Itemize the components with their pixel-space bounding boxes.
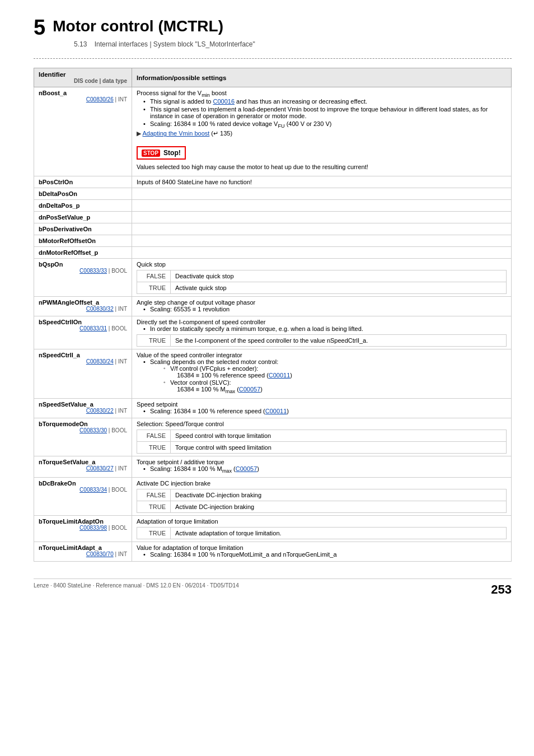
info-header: Value of the speed controller integrator [137,352,507,358]
c00011-link[interactable]: C00011 [269,372,291,379]
section-divider [34,58,512,59]
val-cell: TRUE [137,527,171,539]
dis-code: C00830/26 | INT [39,96,127,102]
identifier-name: bDcBrakeOn [39,480,127,487]
inner-row: TRUETorque control with speed limitation [137,441,507,453]
dis-code: C00830/70 | INT [39,551,127,557]
inner-table: FALSEDeactivate quick stopTRUEActivate q… [137,270,507,294]
info-main-text: Speed setpoint [137,401,507,408]
identifier-name: dnDeltaPos_p [39,202,127,209]
table-row: nTorqueLimitAdapt_aC00830/70 | INTValue … [34,542,512,561]
desc-cell: Torque control with speed limitation [171,441,507,453]
table-row: bDeltaPosOn [34,188,512,200]
stop-badge: STOP [142,150,160,157]
info-cell: Value for adaptation of torque limitatio… [132,542,512,561]
identifier-name: nTorqueLimitAdapt_a [39,544,127,551]
info-header: Activate DC injection brake [137,480,507,487]
c00057-link[interactable]: C00057 [236,465,257,472]
identifier-name: bTorquemodeOn [39,421,127,427]
table-row: bQspOnC00833/33 | BOOLQuick stopFALSEDea… [34,259,512,297]
table-row: dnPosSetValue_p [34,212,512,223]
identifier-cell: nPWMAngleOffset_aC00830/32 | INT [34,297,132,316]
identifier-name: nPWMAngleOffset_a [39,299,127,306]
dis-link[interactable]: C00833/33 [79,268,107,274]
table-row: dnDeltaPos_p [34,200,512,212]
inner-row: TRUEActivate adaptation of torque limita… [137,527,507,539]
desc-cell: Activate quick stop [171,282,507,294]
identifier-name: dnMotorRefOffset_p [39,249,127,256]
c00016-link[interactable]: C00016 [213,98,235,105]
info-header: Quick stop [137,261,507,268]
info-header-bullets: In order to statically specify a minimum… [137,325,507,332]
info-main-text: Torque setpoint / additive torque [137,459,507,465]
c00057-link[interactable]: C00057 [239,386,261,393]
dis-link[interactable]: C00830/22 [86,408,114,414]
desc-cell: Activate DC-injection braking [171,501,507,512]
info-cell: Process signal for the Vmin boostThis si… [132,87,512,176]
identifier-cell: bTorqueLimitAdaptOnC00833/98 | BOOL [34,515,132,542]
bullet-item: Scaling: 16384 ≡ 100 % rated device volt… [143,120,507,129]
info-cell: Speed setpointScaling: 16384 ≡ 100 % ref… [132,398,512,418]
dis-link[interactable]: C00830/70 [86,551,114,557]
dis-code: C00833/30 | BOOL [39,427,127,433]
identifier-name: bTorqueLimitAdaptOn [39,518,127,525]
identifier-name: nSpeedSetValue_a [39,401,127,408]
section-label: 5.13 Internal interfaces | System block … [74,40,512,48]
dis-link[interactable]: C00830/24 [86,358,114,365]
dis-link[interactable]: C00833/34 [79,487,107,493]
identifier-cell: bDcBrakeOnC00833/34 | BOOL [34,477,132,515]
table-row: nSpeedSetValue_aC00830/22 | INTSpeed set… [34,398,512,418]
table-row: bTorqueLimitAdaptOnC00833/98 | BOOLAdapt… [34,515,512,542]
val-cell: FALSE [137,430,171,441]
footer-left: Lenze · 8400 StateLine · Reference manua… [34,582,239,597]
inner-row: TRUEActivate DC-injection braking [137,501,507,512]
identifier-cell: nSpeedSetValue_aC00830/22 | INT [34,398,132,418]
page-footer: Lenze · 8400 StateLine · Reference manua… [34,578,512,597]
info-cell: Inputs of 8400 StateLine have no functio… [132,176,512,188]
dis-link[interactable]: C00833/30 [79,427,107,433]
identifier-cell: nTorqueLimitAdapt_aC00830/70 | INT [34,542,132,561]
identifier-cell: dnPosSetValue_p [34,212,132,223]
dis-code: C00833/31 | BOOL [39,325,127,332]
identifier-cell: bMotorRefOffsetOn [34,235,132,247]
info-cell [132,223,512,235]
table-row: nSpeedCtrlI_aC00830/24 | INTValue of the… [34,349,512,398]
dis-link[interactable]: C00833/31 [79,325,107,332]
info-cell: Torque setpoint / additive torqueScaling… [132,456,512,477]
info-cell: Value of the speed controller integrator… [132,349,512,398]
c00011-link[interactable]: C00011 [265,408,287,414]
identifier-cell: bSpeedCtrlIOnC00833/31 | BOOL [34,316,132,349]
bullet-item: Scaling depends on the selected motor co… [143,358,507,394]
dis-link[interactable]: C00830/26 [86,96,114,102]
sub-bullets: V/f control (VFCplus + encoder): 16384 ≡… [150,365,507,394]
info-bullets: This signal is added to C00016 and has t… [137,98,507,129]
identifier-cell: dnDeltaPos_p [34,200,132,212]
page-header: 5 Motor control (MCTRL) 5.13 Internal in… [34,17,512,48]
dis-link[interactable]: C00830/32 [86,306,114,312]
info-header: Adaptation of torque limitation [137,518,507,525]
val-cell: FALSE [137,489,171,501]
sub-bullet-item: V/f control (VFCplus + encoder): 16384 ≡… [163,365,507,379]
dis-link[interactable]: C00830/27 [86,465,114,472]
info-header-line1: Directly set the I-component of speed co… [137,319,507,325]
inner-table: TRUEActivate adaptation of torque limita… [137,527,507,539]
info-text: Process signal for the Vmin boost [137,90,507,98]
identifier-cell: bDeltaPosOn [34,188,132,200]
inner-row: FALSESpeed control with torque limitatio… [137,430,507,441]
identifier-name: bPosCtrlOn [39,179,127,185]
table-row: bPosCtrlOnInputs of 8400 StateLine have … [34,176,512,188]
table-row: dnMotorRefOffset_p [34,247,512,259]
dis-link[interactable]: C00833/98 [79,525,107,531]
page-number: 253 [491,582,512,597]
info-header: Selection: Speed/Torque control [137,421,507,427]
identifier-cell: bTorquemodeOnC00833/30 | BOOL [34,418,132,456]
info-cell [132,200,512,212]
adapting-vmin-link[interactable]: Adapting the Vmin boost [142,130,209,137]
identifier-name: nBoost_a [39,90,127,96]
bullet-item: In order to statically specify a minimum… [143,325,507,332]
info-cell: Activate DC injection brakeFALSEDeactiva… [132,477,512,515]
val-cell: TRUE [137,441,171,453]
vmin-link-row: ▶ Adapting the Vmin boost (↵ 135) [137,130,507,137]
dis-code: C00830/32 | INT [39,306,127,312]
info-cell [132,212,512,223]
